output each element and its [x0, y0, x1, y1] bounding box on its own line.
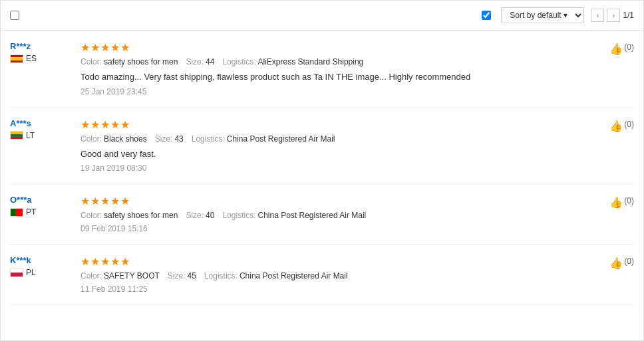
reviewer-location: LT [10, 131, 70, 140]
review-text: Good and very fast. [80, 148, 604, 161]
like-count: (0) [624, 196, 634, 205]
star-icon: ★ [90, 41, 100, 54]
star-icon: ★ [100, 195, 110, 207]
like-count: (0) [624, 257, 634, 266]
logistics-value: China Post Registered Air Mail [227, 134, 335, 144]
star-icon: ★ [100, 255, 110, 268]
next-page-button[interactable]: › [607, 9, 620, 22]
logistics-value: China Post Registered Air Mail [257, 211, 366, 220]
toolbar: Sort by default ▾ Sort by time Sort by r… [1, 1, 643, 31]
size-label: Size: [186, 211, 204, 220]
logistics-label: Logistics: [222, 57, 255, 66]
color-label: Color: [80, 134, 102, 144]
color-meta: Color: Black shoes [80, 134, 147, 144]
size-meta: Size: 45 [168, 271, 196, 281]
color-meta: Color: SAFETY BOOT [80, 271, 160, 281]
size-meta: Size: 43 [155, 134, 184, 144]
reviewer-location: ES [10, 54, 70, 63]
reviewer-info: R***z ES [10, 41, 70, 96]
like-count: (0) [624, 120, 634, 129]
review-item: R***z ES ★★★★★ Color: safety shoes for m… [10, 31, 634, 108]
size-value: 43 [174, 134, 183, 144]
logistics-label: Logistics: [204, 271, 238, 281]
star-icon: ★ [90, 255, 100, 268]
star-rating: ★★★★★ [80, 41, 604, 54]
filter-us-checkbox[interactable] [10, 11, 19, 20]
reviewer-name: R***z [10, 41, 70, 51]
thumb-up-icon: 👍 [609, 196, 623, 209]
star-icon: ★ [120, 118, 130, 131]
star-icon: ★ [80, 41, 90, 54]
review-meta: Color: SAFETY BOOT Size: 45 Logistics: C… [80, 271, 604, 281]
reviews-container: Sort by default ▾ Sort by time Sort by r… [0, 0, 644, 341]
review-date: 19 Jan 2019 08:30 [80, 164, 604, 173]
star-icon: ★ [80, 195, 90, 207]
reviewer-name: K***k [10, 255, 70, 265]
star-icon: ★ [80, 118, 90, 131]
star-icon: ★ [100, 41, 110, 54]
logistics-value: AliExpress Standard Shipping [257, 57, 363, 66]
star-icon: ★ [100, 118, 110, 131]
reviewer-info: K***k PL [10, 255, 70, 294]
size-value: 44 [206, 57, 214, 66]
size-label: Size: [155, 134, 173, 144]
color-value: Black shoes [104, 134, 147, 144]
flag-icon [10, 131, 23, 140]
review-meta: Color: safety shoes for men Size: 44 Log… [80, 57, 604, 66]
thumb-up-icon: 👍 [609, 257, 623, 269]
review-content: ★★★★★ Color: safety shoes for men Size: … [70, 195, 604, 233]
star-icon: ★ [80, 255, 90, 268]
translate-label [482, 11, 494, 20]
size-meta: Size: 44 [186, 57, 214, 66]
size-value: 45 [188, 271, 196, 281]
like-count: (0) [624, 43, 634, 52]
like-button[interactable]: 👍 (0) [604, 255, 634, 294]
reviews-list: R***z ES ★★★★★ Color: safety shoes for m… [1, 31, 643, 305]
color-meta: Color: safety shoes for men [80, 57, 178, 66]
size-label: Size: [168, 271, 186, 281]
thumb-up-icon: 👍 [609, 43, 623, 55]
review-item: A***s LT ★★★★★ Color: Black shoes Size: … [10, 108, 634, 185]
star-icon: ★ [110, 195, 120, 207]
size-value: 40 [206, 211, 214, 220]
star-rating: ★★★★★ [80, 195, 604, 207]
translate-checkbox[interactable] [482, 11, 491, 20]
review-date: 09 Feb 2019 15:16 [80, 224, 604, 233]
star-icon: ★ [120, 195, 130, 207]
review-content: ★★★★★ Color: Black shoes Size: 43 Logist… [70, 118, 604, 173]
review-item: K***k PL ★★★★★ Color: SAFETY BOOT Size: … [10, 245, 634, 305]
star-icon: ★ [120, 255, 130, 268]
star-rating: ★★★★★ [80, 118, 604, 131]
logistics-meta: Logistics: China Post Registered Air Mai… [192, 134, 335, 144]
review-meta: Color: safety shoes for men Size: 40 Log… [80, 211, 604, 220]
review-content: ★★★★★ Color: safety shoes for men Size: … [70, 41, 604, 96]
reviewer-info: O***a PT [10, 195, 70, 233]
sort-select[interactable]: Sort by default ▾ Sort by time Sort by r… [501, 7, 584, 23]
toolbar-right: Sort by default ▾ Sort by time Sort by r… [482, 7, 634, 23]
color-label: Color: [80, 57, 102, 66]
star-icon: ★ [120, 41, 130, 54]
logistics-meta: Logistics: AliExpress Standard Shipping [222, 57, 363, 66]
thumb-up-icon: 👍 [609, 120, 623, 132]
country-label: PT [26, 207, 36, 217]
color-value: safety shoes for men [104, 57, 178, 66]
like-button[interactable]: 👍 (0) [604, 195, 634, 233]
logistics-label: Logistics: [222, 211, 255, 220]
review-date: 11 Feb 2019 11:25 [80, 284, 604, 294]
logistics-label: Logistics: [192, 134, 225, 144]
star-icon: ★ [90, 118, 100, 131]
logistics-meta: Logistics: China Post Registered Air Mai… [222, 211, 366, 220]
page-info: 1/1 [623, 11, 634, 20]
color-value: SAFETY BOOT [104, 271, 160, 281]
color-meta: Color: safety shoes for men [80, 211, 178, 220]
prev-page-button[interactable]: ‹ [591, 9, 604, 22]
review-content: ★★★★★ Color: SAFETY BOOT Size: 45 Logist… [70, 255, 604, 294]
color-value: safety shoes for men [104, 211, 178, 220]
like-button[interactable]: 👍 (0) [604, 118, 634, 173]
star-rating: ★★★★★ [80, 255, 604, 268]
flag-icon [10, 55, 23, 63]
country-label: PL [26, 268, 36, 277]
flag-icon [10, 208, 23, 217]
like-button[interactable]: 👍 (0) [604, 41, 634, 96]
star-icon: ★ [90, 195, 100, 207]
